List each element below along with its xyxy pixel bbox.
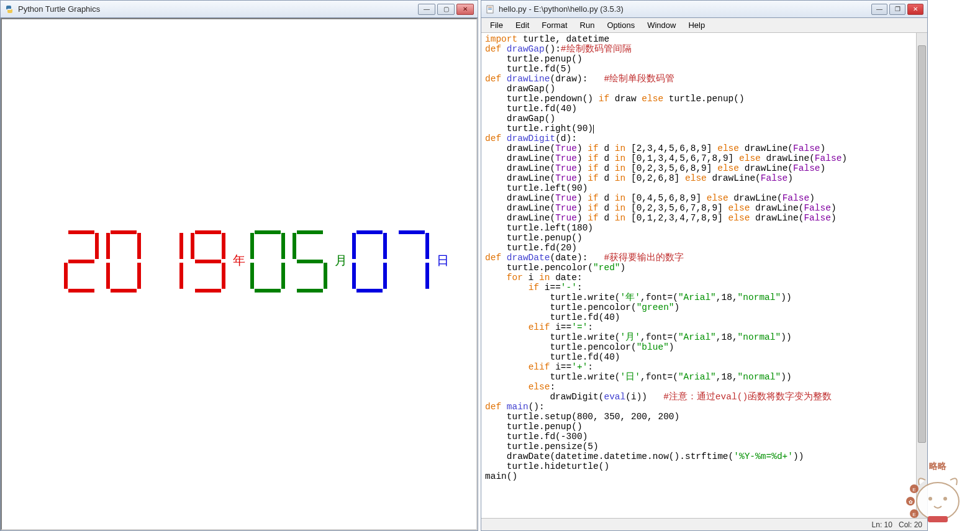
code-line[interactable]: turtle.pensize(5)	[485, 442, 923, 452]
code-line[interactable]: def drawLine(draw): #绘制单段数码管	[485, 74, 923, 84]
code-line[interactable]: drawDigit(eval(i)) #注意：通过eval()函数将数字变为整数	[485, 392, 923, 402]
date-separator-label: 日	[437, 252, 449, 269]
code-line[interactable]: import turtle, datetime	[485, 34, 923, 44]
seven-segment-digit	[293, 230, 327, 293]
code-line[interactable]: drawLine(True) if d in [0,2,3,5,6,7,8,9]…	[485, 203, 923, 213]
code-line[interactable]: turtle.hideturtle()	[485, 461, 923, 471]
turtle-graphics-window: Python Turtle Graphics — ▢ ✕ 年月日	[0, 0, 478, 531]
code-line[interactable]: drawGap()	[485, 114, 923, 124]
menu-options[interactable]: Options	[601, 19, 641, 31]
code-line[interactable]: drawLine(True) if d in [2,3,4,5,6,8,9] e…	[485, 143, 923, 153]
seven-segment-digit	[394, 230, 429, 293]
python-icon	[4, 4, 14, 14]
status-col: Col: 20	[899, 520, 922, 529]
idle-menubar: FileEditFormatRunOptionsWindowHelp	[481, 18, 927, 33]
code-line[interactable]: turtle.fd(-300)	[485, 432, 923, 442]
code-line[interactable]: turtle.penup()	[485, 233, 923, 243]
code-line[interactable]: drawLine(True) if d in [0,4,5,6,8,9] els…	[485, 193, 923, 203]
seven-segment-digit	[250, 230, 285, 293]
code-line[interactable]: else:	[485, 382, 923, 392]
scrollbar-thumb[interactable]	[918, 45, 926, 443]
code-line[interactable]: turtle.fd(20)	[485, 243, 923, 253]
minimize-button[interactable]: —	[418, 4, 435, 15]
seven-segment-digit	[64, 230, 99, 293]
idle-titlebar[interactable]: hello.py - E:\python\hello.py (3.5.3) — …	[481, 1, 927, 18]
code-line[interactable]: turtle.pencolor("red")	[485, 263, 923, 273]
code-line[interactable]: turtle.fd(40)	[485, 104, 923, 114]
code-line[interactable]: def drawGap():#绘制数码管间隔	[485, 44, 923, 54]
code-line[interactable]: def main():	[485, 402, 923, 412]
svg-rect-3	[488, 9, 492, 10]
code-line[interactable]: for i in date:	[485, 273, 923, 283]
menu-file[interactable]: File	[484, 19, 509, 31]
idle-file-icon	[485, 4, 495, 14]
code-line[interactable]: turtle.pencolor("blue")	[485, 342, 923, 352]
restore-button[interactable]: ❐	[889, 4, 905, 15]
seven-segment-digit	[352, 230, 387, 293]
menu-format[interactable]: Format	[535, 19, 573, 31]
maximize-button[interactable]: ▢	[437, 4, 455, 15]
svg-rect-1	[488, 7, 492, 7]
idle-window-title: hello.py - E:\python\hello.py (3.5.3)	[499, 4, 624, 14]
code-line[interactable]: drawLine(True) if d in [0,2,6,8] else dr…	[485, 173, 923, 183]
turtle-canvas: 年月日	[1, 18, 478, 530]
code-line[interactable]: drawLine(True) if d in [0,2,3,5,6,8,9] e…	[485, 163, 923, 173]
code-line[interactable]: turtle.setup(800, 350, 200, 200)	[485, 412, 923, 422]
vertical-scrollbar[interactable]	[916, 33, 927, 518]
code-line[interactable]: turtle.left(180)	[485, 223, 923, 233]
date-separator-label: 月	[335, 252, 347, 269]
turtle-titlebar[interactable]: Python Turtle Graphics — ▢ ✕	[1, 1, 478, 18]
status-bar: Ln: 10 Col: 20	[481, 518, 927, 530]
date-display: 年月日	[64, 230, 454, 293]
code-line[interactable]: turtle.pencolor("green")	[485, 302, 923, 312]
code-line[interactable]: turtle.write('年',font=("Arial",18,"norma…	[485, 293, 923, 302]
close-button[interactable]: ✕	[907, 4, 923, 15]
menu-help[interactable]: Help	[682, 19, 711, 31]
code-line[interactable]: turtle.right(90)	[485, 124, 923, 134]
code-line[interactable]: if i=='-':	[485, 283, 923, 293]
code-line[interactable]: drawLine(True) if d in [0,1,2,3,4,7,8,9]…	[485, 213, 923, 223]
code-line[interactable]: turtle.pendown() if draw else turtle.pen…	[485, 94, 923, 104]
menu-run[interactable]: Run	[574, 19, 601, 31]
svg-rect-7	[928, 516, 948, 522]
code-editor[interactable]: import turtle, datetimedef drawGap():#绘制…	[481, 33, 927, 518]
seven-segment-digit	[106, 230, 141, 293]
status-line: Ln: 10	[872, 520, 892, 529]
menu-edit[interactable]: Edit	[509, 19, 535, 31]
code-line[interactable]: elif i=='=':	[485, 322, 923, 332]
code-line[interactable]: def drawDate(date): #获得要输出的数字	[485, 253, 923, 263]
svg-point-6	[943, 497, 947, 501]
code-line[interactable]: drawGap()	[485, 84, 923, 94]
code-line[interactable]: drawDate(datetime.datetime.now().strftim…	[485, 452, 923, 461]
code-line[interactable]: turtle.write('月',font=("Arial",18,"norma…	[485, 332, 923, 342]
code-line[interactable]: turtle.fd(40)	[485, 352, 923, 362]
code-line[interactable]: turtle.left(90)	[485, 183, 923, 193]
code-line[interactable]: elif i=='+':	[485, 362, 923, 372]
code-line[interactable]: turtle.fd(5)	[485, 64, 923, 74]
date-separator-label: 年	[233, 252, 245, 269]
watermark-text: 略略	[929, 461, 947, 471]
code-line[interactable]: turtle.write('日',font=("Arial",18,"norma…	[485, 372, 923, 382]
turtle-window-title: Python Turtle Graphics	[18, 4, 100, 14]
code-line[interactable]: drawLine(True) if d in [0,1,3,4,5,6,7,8,…	[485, 153, 923, 163]
code-line[interactable]: turtle.penup()	[485, 54, 923, 64]
code-line[interactable]: main()	[485, 471, 923, 481]
seven-segment-digit	[191, 230, 225, 293]
code-line[interactable]: def drawDigit(d):	[485, 134, 923, 143]
code-line[interactable]: turtle.penup()	[485, 422, 923, 432]
code-line[interactable]: turtle.fd(40)	[485, 312, 923, 322]
seven-segment-digit	[148, 230, 183, 293]
minimize-button[interactable]: —	[871, 4, 887, 15]
svg-rect-2	[488, 8, 492, 9]
close-button[interactable]: ✕	[456, 4, 474, 15]
idle-editor-window: hello.py - E:\python\hello.py (3.5.3) — …	[481, 0, 928, 531]
menu-window[interactable]: Window	[641, 19, 682, 31]
svg-point-5	[928, 497, 932, 501]
